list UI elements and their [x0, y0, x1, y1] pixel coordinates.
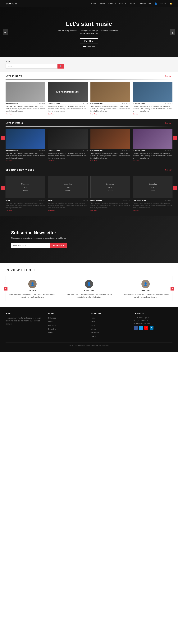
footer-useful-link-5[interactable]: Newsletter	[91, 331, 130, 334]
news-card-2-see-more[interactable]: See More	[48, 113, 88, 115]
news-card-1-see-more[interactable]: See More	[5, 113, 45, 115]
latest-news-section: LATEST NEWS See More Business News 01/03…	[0, 72, 178, 119]
news-card-2: I WISH THIS WERE FAKE NEWS Business News…	[48, 82, 88, 115]
latest-music-see-more[interactable]: See More	[165, 122, 173, 124]
news-card-3-see-more[interactable]: See More	[90, 113, 130, 115]
music-card-3-see-more[interactable]: See More	[90, 160, 130, 162]
video-card-2-see-more[interactable]: See More	[48, 210, 88, 212]
footer-grid: About There are many variations of passa…	[5, 312, 173, 339]
footer-music-link-2[interactable]: Music	[48, 320, 87, 323]
bell-icon[interactable]: 🔔	[170, 2, 173, 5]
upcoming-videos-section: UPCOMING NEW VIDEOS See More ‹ Upcoming …	[0, 166, 178, 216]
footer-useful-title: Useful link	[91, 312, 130, 315]
play-now-button[interactable]: Play Now	[80, 38, 98, 44]
music-card-3-image	[90, 129, 130, 149]
location-icon: 📍	[134, 316, 136, 318]
latest-news-see-more[interactable]: See More	[165, 75, 173, 77]
latest-news-grid: Business News 01/03/2019 There are many …	[5, 82, 173, 115]
latest-music-title: LATEST MUSIC	[5, 122, 23, 124]
review-text-3: many variations of passages of Lorem ips…	[122, 293, 170, 298]
footer-useful-link-4[interactable]: Videos	[91, 328, 130, 331]
footer-useful-link-2[interactable]: News	[91, 320, 130, 323]
music-card-1-see-more[interactable]: See More	[5, 160, 45, 162]
hero-dot-3	[92, 46, 95, 46]
search-input[interactable]	[5, 64, 57, 68]
video-card-2-image: Upcoming New Videos	[48, 176, 88, 198]
music-card-4-meta: Business News 01/03/2019	[133, 150, 173, 152]
footer-useful: Useful link Home News Music Videos Newsl…	[91, 312, 130, 339]
footer: About There are many variations of passa…	[0, 307, 178, 352]
footer-useful-link-6[interactable]: Events	[91, 335, 130, 338]
latest-music-cards: ‹ Business News 01/03/2019 There are man…	[0, 126, 178, 166]
nav-login[interactable]: LOGIN	[161, 3, 166, 4]
nav-music[interactable]: MUSIC	[130, 3, 136, 4]
review-card-2: 👤 SMINTER many variations of passages of…	[62, 276, 116, 301]
footer-about-title: About	[5, 312, 44, 315]
news-card-2-image: I WISH THIS WERE FAKE NEWS	[48, 82, 88, 102]
latest-music-section: LATEST MUSIC See More ‹ Business News 01…	[0, 119, 178, 166]
footer-music-link-1[interactable]: Hollywood	[48, 316, 87, 320]
hero-dot-2	[88, 46, 91, 46]
search-section: Music 🔍	[0, 57, 178, 72]
upcoming-carousel-prev[interactable]: ‹	[1, 186, 5, 190]
hero-prev-button[interactable]: ‹	[3, 29, 8, 36]
video-card-1-see-more[interactable]: See More	[5, 210, 45, 212]
footer-useful-link-3[interactable]: Music	[91, 324, 130, 327]
footer-useful-link-1[interactable]: Home	[91, 316, 130, 320]
nav-contact[interactable]: CONTACT US	[139, 3, 151, 4]
review-title: REVIEW PEPOLE	[5, 268, 173, 272]
review-text-1: many variations of passages of Lorem ips…	[8, 293, 56, 298]
news-card-1: Business News 01/03/2019 There are many …	[5, 82, 45, 115]
review-carousel-next[interactable]: ›	[171, 286, 175, 290]
music-card-1-desc: There are many variations of passages of…	[5, 152, 45, 159]
latest-music-header: LATEST MUSIC See More	[0, 119, 178, 126]
video-card-4-see-more[interactable]: See More	[133, 210, 173, 212]
footer-music-link-3[interactable]: Live event	[48, 324, 87, 327]
music-carousel-prev[interactable]: ‹	[1, 136, 5, 140]
video-card-1: Upcoming New Videos Music 01/03/2019 The…	[5, 176, 45, 212]
video-card-1-image: Upcoming New Videos	[5, 176, 45, 198]
hero-section: 01 ‹ Let's start music There are many va…	[0, 7, 178, 57]
music-card-2: Business News 01/03/2019 There are many …	[48, 129, 88, 162]
facebook-icon[interactable]: f	[134, 326, 138, 330]
music-card-4-see-more[interactable]: See More	[133, 160, 173, 162]
logo: MUSICM	[5, 2, 17, 5]
music-card-3: Business News 01/03/2019 There are many …	[90, 129, 130, 162]
video-card-4-image: Upcoming New Videos	[133, 176, 173, 198]
news-card-4: Business News 01/03/2019 There are many …	[133, 82, 173, 115]
upcoming-videos-title: UPCOMING NEW VIDEOS	[5, 169, 34, 171]
review-carousel-prev[interactable]: ‹	[3, 286, 7, 290]
twitter-icon[interactable]: t	[139, 326, 143, 330]
hero-title: Let's start music	[66, 20, 112, 27]
review-name-3: MINTER	[122, 290, 170, 292]
user-icon[interactable]: 👤	[155, 2, 157, 5]
nav-events[interactable]: EVENTS	[108, 3, 116, 4]
music-card-3-desc: There are many variations of passages of…	[90, 152, 130, 159]
subscribe-email-input[interactable]	[11, 243, 50, 248]
video-card-3-see-more[interactable]: See More	[90, 210, 130, 212]
news-card-4-see-more[interactable]: See More	[133, 113, 173, 115]
subscribe-section: Subscribe Newsletter There are many vari…	[0, 216, 178, 263]
subscribe-button[interactable]: SUBSCRIBE	[50, 243, 67, 248]
youtube-icon[interactable]: ▶	[144, 326, 148, 330]
music-card-2-desc: There are many variations of passages of…	[48, 152, 88, 159]
nav-home[interactable]: HOME	[91, 3, 96, 4]
upcoming-carousel-next[interactable]: ›	[173, 186, 177, 190]
upcoming-videos-see-more[interactable]: See More	[165, 169, 173, 171]
nav-videos[interactable]: VIDEOS	[119, 3, 126, 4]
subscribe-form: SUBSCRIBE	[11, 243, 67, 248]
video-card-1-desc: There are many variations of passages of…	[5, 202, 45, 209]
footer-music-link-5[interactable]: Video	[48, 331, 87, 334]
nav-news[interactable]: NEWS	[100, 3, 105, 4]
music-card-2-see-more[interactable]: See More	[48, 160, 88, 162]
music-card-2-meta: Business News 01/03/2019	[48, 150, 88, 152]
footer-music-link-4[interactable]: Recording	[48, 328, 87, 331]
video-card-3: Upcoming New Videos Music & Video 10/03/…	[90, 176, 130, 212]
review-avatar-1: 👤	[28, 280, 36, 288]
search-button[interactable]: 🔍	[57, 64, 64, 68]
latest-music-grid: Business News 01/03/2019 There are many …	[5, 129, 173, 162]
linkedin-icon[interactable]: in	[150, 326, 154, 330]
music-carousel-next[interactable]: ›	[173, 136, 177, 140]
footer-about-text: There are many variations of passages of…	[5, 316, 44, 326]
music-card-1-image	[5, 129, 45, 149]
